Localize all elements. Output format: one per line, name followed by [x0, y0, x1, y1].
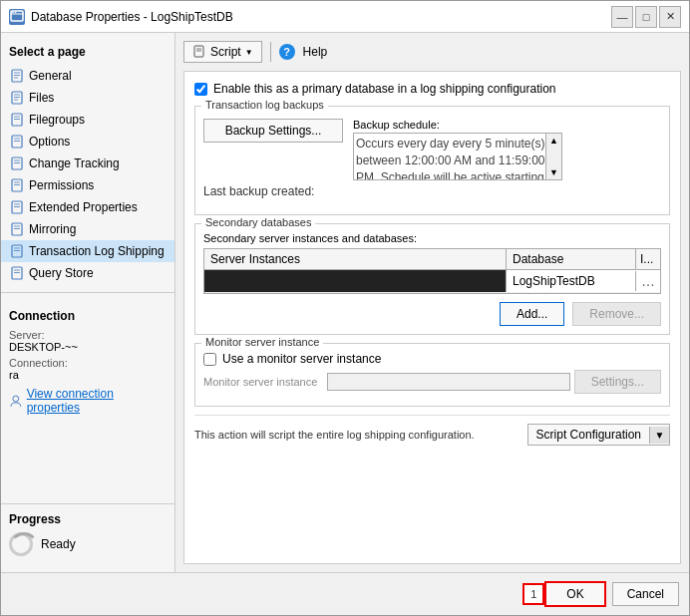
svg-point-2 — [12, 11, 14, 13]
col-server-instances: Server Instances — [204, 249, 507, 269]
sidebar-item-label: Query Store — [29, 266, 94, 280]
connection-title: Connection — [9, 309, 167, 323]
enable-primary-label: Enable this as a primary database in a l… — [213, 82, 556, 96]
scroll-up-arrow[interactable]: ▲ — [546, 134, 561, 148]
extended-properties-icon — [9, 199, 25, 215]
general-icon — [9, 68, 25, 84]
sidebar-item-mirroring[interactable]: Mirroring — [1, 218, 174, 240]
permissions-icon — [9, 177, 25, 193]
sidebar-item-label: Extended Properties — [29, 200, 138, 214]
sidebar-item-label: Permissions — [29, 178, 94, 192]
backup-schedule-header: Backup schedule: — [353, 119, 661, 131]
window-icon — [9, 9, 25, 25]
sidebar-item-change-tracking[interactable]: Change Tracking — [1, 153, 174, 174]
script-config-text: This action will script the entire log s… — [194, 429, 519, 441]
sidebar-item-permissions[interactable]: Permissions — [1, 174, 174, 196]
row-action-cell[interactable]: … — [636, 271, 660, 291]
main-panel: Script ▼ ? Help Enable this as a primary… — [175, 33, 689, 572]
title-bar: Database Properties - LogShipTestDB — □ … — [1, 1, 689, 33]
use-monitor-checkbox[interactable] — [203, 353, 216, 366]
svg-rect-33 — [12, 267, 22, 279]
use-monitor-row: Use a monitor server instance — [203, 352, 661, 366]
sidebar-item-transaction-log-shipping[interactable]: Transaction Log Shipping — [1, 240, 174, 262]
ok-button[interactable]: OK — [544, 581, 605, 607]
enable-checkbox-row: Enable this as a primary database in a l… — [194, 82, 670, 96]
view-connection-properties-link[interactable]: View connection properties — [9, 387, 167, 415]
transaction-log-section: Transaction log backups Backup Settings.… — [194, 106, 670, 215]
secondary-server-label: Secondary server instances and databases… — [203, 232, 661, 244]
svg-rect-12 — [12, 114, 22, 126]
col-initialize: I... — [636, 249, 660, 269]
files-icon — [9, 90, 25, 106]
monitor-settings-button[interactable]: Settings... — [574, 370, 661, 394]
svg-rect-15 — [12, 136, 22, 148]
sidebar: Select a page General Files Filegroups — [1, 33, 175, 572]
cancel-button[interactable]: Cancel — [612, 582, 679, 606]
server-instance-cell — [204, 270, 507, 292]
minimize-button[interactable]: — — [611, 6, 633, 28]
connection-label: Connection: — [9, 357, 167, 369]
close-button[interactable]: ✕ — [659, 6, 681, 28]
script-icon — [192, 45, 206, 59]
secondary-databases-section: Secondary databases Secondary server ins… — [194, 223, 670, 335]
svg-rect-21 — [12, 179, 22, 191]
last-backup-row: Last backup created: — [203, 184, 661, 198]
svg-rect-27 — [12, 223, 22, 235]
secondary-db-section-label: Secondary databases — [201, 216, 315, 228]
sidebar-item-options[interactable]: Options — [1, 131, 174, 153]
mirroring-icon — [9, 221, 25, 237]
progress-section: Progress Ready — [1, 503, 174, 564]
svg-rect-30 — [12, 245, 22, 257]
enable-primary-checkbox[interactable] — [194, 83, 207, 96]
script-config-row: This action will script the entire log s… — [194, 415, 670, 446]
main-window: Database Properties - LogShipTestDB — □ … — [0, 0, 690, 616]
svg-rect-24 — [12, 201, 22, 213]
instances-table: Server Instances Database I... LogShipTe… — [203, 248, 661, 294]
sidebar-item-query-store[interactable]: Query Store — [1, 262, 174, 284]
sidebar-header: Select a page — [1, 41, 174, 65]
main-content: Enable this as a primary database in a l… — [183, 71, 681, 564]
toolbar-divider — [270, 42, 271, 62]
svg-rect-8 — [12, 92, 22, 104]
svg-rect-37 — [194, 46, 203, 57]
database-cell: LogShipTestDB — [507, 271, 636, 291]
sidebar-item-general[interactable]: General — [1, 65, 174, 87]
add-button[interactable]: Add... — [500, 302, 564, 326]
backup-row: Backup Settings... Backup schedule: Occu… — [203, 119, 661, 180]
ok-number: 1 — [522, 583, 544, 605]
ok-button-wrapper: 1 OK — [522, 581, 605, 607]
help-icon[interactable]: ? — [279, 44, 295, 60]
server-value: DESKTOP-~~ — [9, 341, 167, 353]
sidebar-item-label: Options — [29, 135, 70, 149]
remove-button[interactable]: Remove... — [572, 302, 661, 326]
options-icon — [9, 134, 25, 150]
monitor-section-label: Monitor server instance — [201, 336, 323, 348]
maximize-button[interactable]: □ — [635, 6, 657, 28]
progress-spinner — [9, 532, 33, 556]
svg-point-3 — [15, 11, 17, 13]
transaction-log-shipping-icon — [9, 243, 25, 259]
scroll-down-arrow[interactable]: ▼ — [546, 165, 561, 179]
sidebar-item-extended-properties[interactable]: Extended Properties — [1, 196, 174, 218]
connection-section: Connection Server: DESKTOP-~~ Connection… — [1, 301, 174, 423]
window-title: Database Properties - LogShipTestDB — [31, 10, 233, 24]
progress-title: Progress — [9, 512, 167, 526]
server-label: Server: — [9, 329, 167, 341]
sidebar-item-label: Files — [29, 91, 54, 105]
content-area: Select a page General Files Filegroups — [1, 33, 689, 572]
change-tracking-icon — [9, 155, 25, 171]
use-monitor-label: Use a monitor server instance — [222, 352, 381, 366]
monitor-server-input[interactable] — [327, 373, 570, 391]
backup-settings-button[interactable]: Backup Settings... — [203, 119, 343, 143]
connection-value: ra — [9, 369, 167, 381]
toolbar: Script ▼ ? Help — [183, 41, 681, 63]
sidebar-item-filegroups[interactable]: Filegroups — [1, 109, 174, 131]
help-button[interactable]: Help — [299, 43, 332, 61]
monitor-input-row: Monitor server instance Settings... — [203, 370, 661, 394]
script-config-dropdown[interactable]: Script Configuration ▼ — [527, 424, 670, 446]
sidebar-item-label: Transaction Log Shipping — [29, 244, 165, 258]
table-row[interactable]: LogShipTestDB … — [204, 270, 660, 293]
transaction-log-label: Transaction log backups — [201, 99, 328, 111]
script-button[interactable]: Script ▼ — [183, 41, 262, 63]
sidebar-item-files[interactable]: Files — [1, 87, 174, 109]
